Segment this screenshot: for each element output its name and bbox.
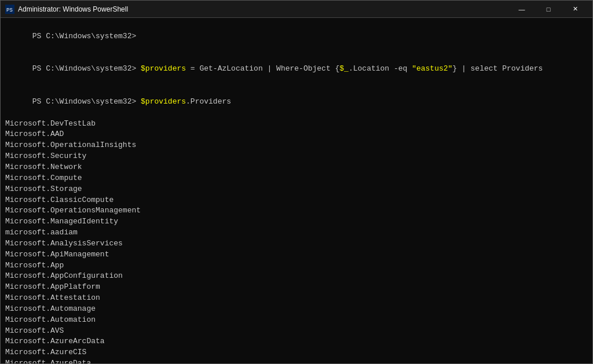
output-line: Microsoft.Automanage — [5, 304, 588, 315]
powershell-window: PS Administrator: Windows PowerShell — □… — [0, 0, 593, 364]
terminal-output[interactable]: PS C:\Windows\system32> PS C:\Windows\sy… — [1, 18, 592, 363]
command-text: .Location -eq — [349, 64, 412, 73]
output-line: microsoft.aadiam — [5, 227, 588, 238]
output-line: Microsoft.Storage — [5, 184, 588, 195]
string-text: "eastus2" — [412, 64, 452, 73]
output-line: Microsoft.Compute — [5, 173, 588, 184]
output-line: Microsoft.AzureCIS — [5, 347, 588, 358]
powershell-icon: PS — [5, 5, 14, 14]
terminal-line: PS C:\Windows\system32> $providers.Provi… — [5, 86, 588, 119]
minimize-button[interactable]: — — [509, 1, 535, 18]
output-line: Microsoft.OperationalInsights — [5, 140, 588, 151]
prompt-text: PS C:\Windows\system32> — [32, 97, 141, 106]
command-text: .Providers — [186, 97, 231, 106]
output-line: Microsoft.Security — [5, 151, 588, 162]
output-line: Microsoft.AppPlatform — [5, 282, 588, 293]
maximize-button[interactable]: □ — [536, 1, 561, 18]
prompt-text: PS C:\Windows\system32> — [32, 64, 141, 73]
output-line: Microsoft.ApiManagement — [5, 249, 588, 260]
output-line: Microsoft.OperationsManagement — [5, 205, 588, 216]
close-button[interactable]: ✕ — [562, 1, 588, 18]
variable-text: $providers — [141, 64, 186, 73]
output-line: Microsoft.AVS — [5, 326, 588, 337]
output-line: Microsoft.Network — [5, 162, 588, 173]
output-line: Microsoft.DevTestLab — [5, 119, 588, 130]
output-line: Microsoft.AAD — [5, 129, 588, 140]
output-line: Microsoft.Attestation — [5, 293, 588, 304]
output-line: Microsoft.ManagedIdentity — [5, 216, 588, 227]
window-controls: — □ ✕ — [509, 1, 588, 18]
output-line: Microsoft.AzureData — [5, 358, 588, 363]
output-line: Microsoft.ClassicCompute — [5, 195, 588, 206]
title-bar: PS Administrator: Windows PowerShell — □… — [1, 1, 592, 18]
prompt-text: PS C:\Windows\system32> — [32, 32, 136, 41]
variable-text: $providers — [141, 97, 186, 106]
output-line: Microsoft.AppConfiguration — [5, 271, 588, 282]
output-line: Microsoft.App — [5, 260, 588, 271]
command-text: } | select Providers — [452, 64, 543, 73]
output-line: Microsoft.AzureArcData — [5, 336, 588, 347]
output-line: Microsoft.Automation — [5, 315, 588, 326]
command-text: = Get-AzLocation | Where-Object { — [186, 64, 339, 73]
terminal-line: PS C:\Windows\system32> $providers = Get… — [5, 53, 588, 86]
output-line: Microsoft.AnalysisServices — [5, 238, 588, 249]
svg-text:PS: PS — [6, 8, 13, 13]
variable-text: $_ — [339, 64, 349, 73]
terminal-line: PS C:\Windows\system32> — [5, 20, 588, 53]
window-title: Administrator: Windows PowerShell — [18, 5, 509, 13]
